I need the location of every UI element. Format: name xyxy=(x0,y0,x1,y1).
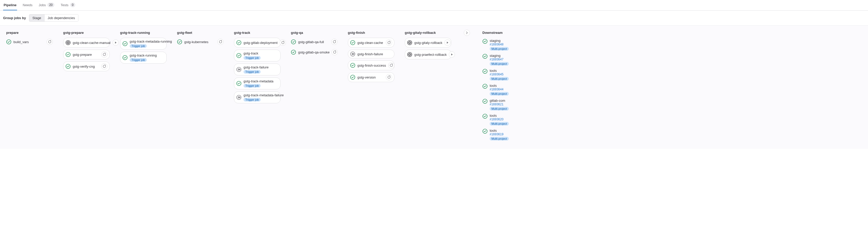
downstream-name: gitlab-com xyxy=(490,99,509,103)
job-label: gstg-praefect-rollback xyxy=(414,53,447,57)
status-passed-icon xyxy=(350,40,355,45)
group-by-deps-button[interactable]: Job dependencies xyxy=(44,14,78,22)
job-pill[interactable]: gstg-clean-cache xyxy=(348,38,394,47)
multi-project-badge: Multi-project xyxy=(490,122,509,126)
job-pill[interactable]: gstg-gitlab-qa-smoke xyxy=(291,48,338,56)
job-pill[interactable]: gstg-trackTrigger job xyxy=(234,49,281,62)
play-icon[interactable] xyxy=(113,39,119,46)
job-pill[interactable]: gstg-verify-cng xyxy=(63,62,110,71)
downstream-item[interactable]: gitlab-com #1693621 Multi-project xyxy=(483,98,529,113)
group-by-stage-button[interactable]: Stage xyxy=(29,14,44,22)
job-label: gstg-version xyxy=(358,75,384,79)
retry-icon[interactable] xyxy=(217,39,224,45)
job-pill[interactable]: gstg-track-runningTrigger job xyxy=(120,52,167,64)
job-label: build_vars xyxy=(13,40,44,44)
job-pill[interactable]: gstg-gitlab-deployment xyxy=(234,38,281,47)
job-pill[interactable]: gstg-gitaly-rollback xyxy=(405,38,451,47)
downstream-item[interactable]: tools #1693619 Multi-project xyxy=(483,128,529,143)
status-manual-icon xyxy=(65,40,71,45)
status-passed-icon xyxy=(236,40,242,45)
downstream-item[interactable]: tools #1693645 Multi-project xyxy=(483,68,529,83)
tab-needs[interactable]: Needs xyxy=(22,1,33,10)
job-pill[interactable]: gstg-track-failureTrigger job xyxy=(234,64,281,75)
status-skipped-icon xyxy=(236,95,242,100)
stage-column: gstg-finishgstg-clean-cachegstg-finish-f… xyxy=(348,30,394,84)
retry-icon[interactable] xyxy=(46,39,53,45)
downstream-name: tools xyxy=(490,129,509,133)
status-passed-icon xyxy=(350,63,355,68)
job-pill[interactable]: gstg-finish-success xyxy=(348,61,394,70)
job-pill[interactable]: build_vars xyxy=(6,38,53,46)
retry-icon[interactable] xyxy=(386,39,392,46)
retry-icon[interactable] xyxy=(386,74,392,80)
retry-icon[interactable] xyxy=(101,51,107,58)
retry-icon[interactable] xyxy=(280,39,286,46)
tests-count-badge: 0 xyxy=(70,3,75,7)
retry-icon[interactable] xyxy=(332,49,338,55)
job-label: gstg-gitlab-qa-full xyxy=(298,40,329,44)
retry-icon[interactable] xyxy=(331,39,338,45)
play-icon[interactable] xyxy=(444,39,451,46)
multi-project-badge: Multi-project xyxy=(490,77,509,80)
job-pill[interactable]: gstg-version xyxy=(348,72,394,82)
status-passed-icon xyxy=(6,39,11,44)
job-pill[interactable]: gstg-clean-cache-manual xyxy=(63,38,110,47)
downstream-item[interactable]: staging #1693648 Multi-project xyxy=(483,38,529,53)
downstream-id[interactable]: #1693620 xyxy=(490,117,509,121)
stage-title: Downstream xyxy=(483,30,529,38)
stage-title: prepare xyxy=(6,30,53,38)
expand-stage-icon[interactable] xyxy=(464,30,470,36)
job-pill[interactable]: gstg-track-metadataTrigger job xyxy=(234,77,281,90)
job-pill[interactable]: gstg-gitlab-qa-full xyxy=(291,38,338,46)
job-label: gstg-gitlab-qa-smoke xyxy=(298,50,330,54)
job-label: gstg-finish-success xyxy=(358,64,386,67)
status-passed-icon xyxy=(483,54,488,59)
tab-jobs[interactable]: Jobs20 xyxy=(38,0,55,10)
job-pill[interactable]: gstg-track-metadata-failureTrigger job xyxy=(234,92,281,103)
downstream-name: tools xyxy=(490,114,509,117)
job-label: gstg-finish-failure xyxy=(358,52,392,56)
job-pill[interactable]: gstg-finish-failure xyxy=(348,49,394,58)
job-pill[interactable]: gstg-praefect-rollback xyxy=(405,49,451,60)
status-passed-icon xyxy=(122,41,128,46)
downstream-id[interactable]: #1693648 xyxy=(490,43,509,46)
stage-title: gstg-fleet xyxy=(177,30,224,38)
stage-column: gstg-gitaly-rollbackgstg-gitaly-rollback… xyxy=(405,30,451,62)
group-toolbar: Group jobs by Stage Job dependencies xyxy=(0,10,868,25)
group-by-label: Group jobs by xyxy=(3,16,26,20)
downstream-item[interactable]: tools #1693620 Multi-project xyxy=(483,113,529,128)
trigger-badge: Trigger job xyxy=(244,70,260,74)
status-passed-icon xyxy=(350,75,355,80)
downstream-id[interactable]: #1693645 xyxy=(490,73,509,76)
trigger-badge: Trigger job xyxy=(130,58,147,62)
play-icon[interactable] xyxy=(449,51,455,58)
job-label: gstg-gitlab-deployment xyxy=(244,41,278,45)
downstream-item[interactable]: tools #1693644 Multi-project xyxy=(483,83,529,98)
job-pill[interactable]: gstg-prepare xyxy=(63,49,110,60)
downstream-name: staging xyxy=(490,54,509,58)
tab-pipeline[interactable]: Pipeline xyxy=(3,1,17,10)
job-pill[interactable]: gstg-kubernetes xyxy=(177,38,224,46)
downstream-item[interactable]: staging #1693647 Multi-project xyxy=(483,53,529,68)
stage-column: gstg-preparegstg-clean-cache-manualgstg-… xyxy=(63,30,110,73)
job-label: gstg-verify-cng xyxy=(73,65,99,68)
downstream-id[interactable]: #1693644 xyxy=(490,87,509,91)
job-label: gstg-prepare xyxy=(73,53,99,57)
status-manual-icon xyxy=(407,40,412,45)
downstream-name: tools xyxy=(490,69,509,73)
downstream-id[interactable]: #1693647 xyxy=(490,58,509,61)
tab-tests[interactable]: Tests0 xyxy=(60,0,76,10)
stage-title: gstg-qa xyxy=(291,30,338,38)
status-passed-icon xyxy=(236,53,242,58)
downstream-id[interactable]: #1693621 xyxy=(490,103,509,106)
downstream-id[interactable]: #1693619 xyxy=(490,133,509,136)
job-label: gstg-clean-cache-manual xyxy=(73,41,111,45)
stage-title: gstg-gitaly-rollback xyxy=(405,30,451,38)
retry-icon[interactable] xyxy=(101,63,107,69)
status-passed-icon xyxy=(483,84,488,89)
retry-icon[interactable] xyxy=(388,62,394,68)
status-passed-icon xyxy=(65,52,71,57)
job-label: gstg-track-metadataTrigger job xyxy=(244,79,278,87)
status-passed-icon xyxy=(483,114,488,119)
job-pill[interactable]: gstg-track-metadata-runningTrigger job xyxy=(120,38,167,49)
